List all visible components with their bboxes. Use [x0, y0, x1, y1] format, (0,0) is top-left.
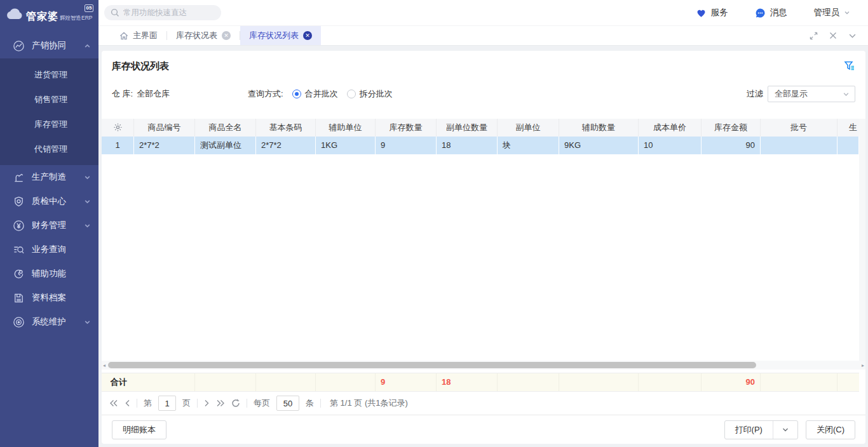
row-index: 1	[102, 137, 134, 154]
page-suffix: 页	[182, 397, 191, 409]
sidebar-item-data-archives[interactable]: 资料档案	[0, 286, 98, 310]
pagination: 第 页 每页 条 第 1/1 页 (共1条记录)	[102, 392, 865, 415]
sidebar-item-sales-mgmt[interactable]: 销售管理	[0, 87, 98, 112]
chevron-down-icon	[84, 174, 91, 181]
sidebar-item-system-maintenance[interactable]: 系统维护	[0, 310, 98, 334]
assist-icon	[13, 268, 25, 280]
detail-ledger-button[interactable]: 明细账本	[112, 420, 166, 439]
cell-barcode: 2*7*2	[256, 137, 316, 154]
close-button[interactable]: 关闭(C)	[806, 420, 855, 439]
user-name: 管理员	[814, 7, 840, 18]
chevron-down-icon[interactable]	[848, 32, 857, 40]
summary-label: 合计	[102, 373, 195, 391]
expand-icon[interactable]	[810, 32, 818, 40]
column-header[interactable]: 辅助数量	[559, 119, 639, 137]
sidebar-item-finance-mgmt[interactable]: 财务管理	[0, 213, 98, 237]
close-tab-icon[interactable]: ✕	[303, 31, 312, 40]
sidebar-item-quality-center[interactable]: 质检中心	[0, 189, 98, 213]
cell-unit-cost: 10	[639, 137, 702, 154]
version-badge: 05	[85, 4, 94, 12]
sidebar-menu: 产销协同 进货管理 销售管理 库存管理 代销管理 生产制造 质检中心	[0, 33, 98, 334]
filter-select[interactable]: 全部显示	[768, 86, 855, 102]
tab-home[interactable]: 主界面	[98, 26, 166, 45]
warehouse-value[interactable]: 全部仓库	[137, 88, 170, 100]
table-row-selected[interactable]: 1 2*7*2 测试副单位 2*7*2 1KG 9 18 块 9KG 10 90	[102, 137, 859, 154]
summary-stock-qty: 9	[376, 373, 437, 391]
inventory-status-panel: 库存状况列表 仓 库: 全部仓库 查询方式: 合并批次 拆分批次	[102, 51, 865, 444]
radio-merge-batches[interactable]: 合并批次	[292, 88, 338, 100]
radio-off-icon	[347, 90, 356, 98]
next-page-icon[interactable]	[204, 399, 210, 407]
search-list-icon	[13, 244, 25, 256]
print-dropdown-button[interactable]	[773, 421, 797, 439]
sidebar-item-business-query[interactable]: 业务查询	[0, 237, 98, 262]
column-header[interactable]: 副单位数量	[437, 119, 498, 137]
column-header[interactable]: 基本条码	[256, 119, 316, 137]
service-menu[interactable]: 服务	[696, 7, 728, 18]
tab-inventory-status-report[interactable]: 库存状况表 ✕	[167, 26, 240, 45]
messages-menu[interactable]: 消息	[755, 7, 787, 18]
gear-target-icon	[13, 316, 25, 328]
summary-stock-amount: 90	[702, 373, 761, 391]
heart-icon	[696, 8, 707, 18]
summary-row: 合计 9 18 90	[102, 373, 859, 392]
print-button[interactable]: 打印(P)	[725, 421, 773, 439]
app-logo: 管家婆辉煌智造ERP 05	[0, 0, 98, 28]
cell-sub-unit-qty: 18	[437, 137, 498, 154]
horizontal-scrollbar[interactable]: ◂ ▸	[102, 361, 865, 370]
print-split-button: 打印(P)	[724, 420, 798, 439]
inventory-table: 商品编号 商品全名 基本条码 辅助单位 库存数量 副单位数量 副单位 辅助数量 …	[102, 119, 865, 361]
quick-search[interactable]	[104, 5, 221, 20]
table-header-row: 商品编号 商品全名 基本条码 辅助单位 库存数量 副单位数量 副单位 辅助数量 …	[102, 119, 859, 137]
cell-stock-qty: 9	[376, 137, 437, 154]
chevron-down-icon	[843, 91, 850, 98]
cell-stock-amount: 90	[702, 137, 761, 154]
scrollbar-thumb[interactable]	[108, 362, 756, 368]
first-page-icon[interactable]	[109, 399, 118, 407]
cell-prod-date	[837, 137, 859, 154]
page-number-input[interactable]	[158, 396, 176, 411]
search-input[interactable]	[123, 8, 212, 17]
sidebar-item-purchase-mgmt[interactable]: 进货管理	[0, 62, 98, 87]
column-header[interactable]: 商品编号	[134, 119, 195, 137]
column-header[interactable]: 库存金额	[702, 119, 761, 137]
yuan-circle-icon	[13, 220, 25, 232]
topbar: 服务 消息 管理员	[98, 0, 868, 25]
column-header[interactable]: 成本单价	[639, 119, 702, 137]
sidebar-item-auxiliary[interactable]: 辅助功能	[0, 262, 98, 286]
scroll-right-arrow-icon[interactable]: ▸	[862, 363, 864, 368]
user-menu[interactable]: 管理员	[814, 7, 851, 18]
refresh-icon[interactable]	[231, 399, 240, 408]
per-page-input[interactable]	[276, 396, 299, 411]
summary-sub-unit-qty: 18	[437, 373, 498, 391]
column-header[interactable]: 辅助单位	[316, 119, 376, 137]
column-header[interactable]: 库存数量	[376, 119, 437, 137]
sidebar-item-production-sales[interactable]: 产销协同	[0, 33, 98, 58]
radio-split-batches[interactable]: 拆分批次	[347, 88, 393, 100]
chevron-down-icon	[844, 10, 850, 16]
footer-bar: 明细账本 打印(P) 关闭(C)	[102, 415, 865, 444]
per-page-suffix: 条	[306, 397, 314, 409]
query-mode-label: 查询方式:	[248, 88, 283, 100]
column-header[interactable]: 批号	[761, 119, 837, 137]
column-header[interactable]: 副单位	[498, 119, 559, 137]
sidebar-item-inventory-mgmt[interactable]: 库存管理	[0, 112, 98, 137]
tab-inventory-status-list[interactable]: 库存状况列表 ✕	[240, 26, 321, 45]
cell-aux-qty: 9KG	[559, 137, 639, 154]
close-tab-icon[interactable]: ✕	[222, 31, 231, 40]
filter-funnel-icon[interactable]	[844, 60, 855, 72]
sidebar: 管家婆辉煌智造ERP 05 产销协同 进货管理 销售管理 库存管理 代销管理 生…	[0, 0, 98, 447]
sidebar-item-consignment-mgmt[interactable]: 代销管理	[0, 137, 98, 161]
column-header-clipped[interactable]: 生	[837, 119, 859, 137]
scroll-left-arrow-icon[interactable]: ◂	[103, 363, 105, 368]
last-page-icon[interactable]	[216, 399, 225, 407]
column-settings-gear-icon[interactable]	[102, 119, 134, 137]
cell-aux-unit: 1KG	[316, 137, 376, 154]
vertical-scrollbar[interactable]	[859, 119, 865, 361]
sidebar-item-manufacturing[interactable]: 生产制造	[0, 165, 98, 189]
column-header[interactable]: 商品全名	[195, 119, 256, 137]
prev-page-icon[interactable]	[125, 399, 130, 407]
close-icon[interactable]	[829, 32, 837, 39]
chevron-down-icon	[84, 198, 91, 205]
factory-icon	[13, 171, 25, 183]
